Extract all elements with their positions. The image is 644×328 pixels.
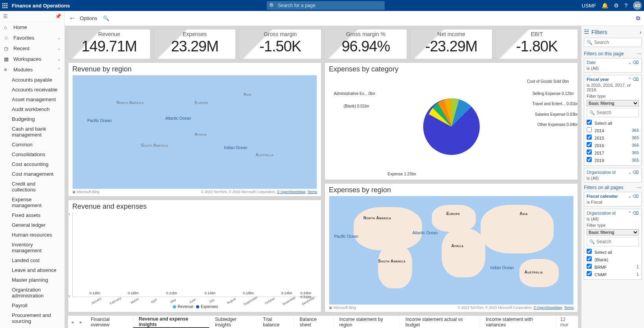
options-button[interactable]: Options (80, 15, 97, 21)
filter-checkbox[interactable] (587, 135, 592, 140)
filters-collapse[interactable]: › (640, 29, 642, 35)
filter-option[interactable]: Select all (587, 248, 639, 255)
nav-module[interactable]: Inventory management (0, 240, 64, 255)
popout-icon[interactable]: ⧉ (636, 15, 640, 22)
nav-module[interactable]: Master planning (0, 275, 64, 285)
report-tab[interactable]: Financial overview (85, 316, 133, 328)
tabs-prev[interactable]: ◂ (68, 319, 77, 325)
terms-link[interactable]: Terms (308, 190, 317, 194)
nav-module[interactable]: Budgeting (0, 114, 64, 124)
nav-module[interactable]: Credit and collections (0, 179, 64, 195)
nav-module[interactable]: Accounts payable (0, 75, 64, 85)
nav-module[interactable]: Human resources (0, 230, 64, 240)
filter-search-input[interactable] (594, 40, 639, 45)
global-search[interactable]: 🔍 (267, 1, 385, 10)
nav-item-favorites[interactable]: ☆Favorites⌄ (0, 33, 64, 43)
osm-link[interactable]: © OpenStreetMap (534, 306, 562, 310)
company-label[interactable]: USMF (582, 3, 596, 9)
filter-checkbox[interactable] (587, 127, 592, 132)
global-search-input[interactable] (278, 3, 382, 8)
nav-module[interactable]: Landed cost (0, 255, 64, 265)
pie-chart[interactable]: Cost of Goods Sold 0bn Selling Expense 0… (329, 75, 574, 178)
filter-checkbox[interactable] (587, 264, 592, 269)
nav-module[interactable]: Organization administration (0, 285, 64, 301)
filter-option[interactable]: Select all (587, 119, 639, 126)
filter-card-date[interactable]: Date⌄ ⌫ is (All) (584, 58, 642, 73)
filter-option[interactable]: 2015365 (587, 134, 639, 141)
nav-module[interactable]: Expense management (0, 195, 64, 210)
nav-item-recent[interactable]: ◷Recent⌄ (0, 43, 64, 54)
kpi-card[interactable]: Net income-23.29M (410, 29, 493, 59)
report-tab[interactable]: Income statement with variances (480, 316, 556, 328)
avatar[interactable]: AD (633, 1, 642, 10)
filter-search[interactable]: 🔍 (584, 38, 642, 47)
app-launcher-icon[interactable] (2, 3, 9, 8)
nav-module[interactable]: Asset management (0, 95, 64, 104)
report-tab[interactable]: Balance sheet (294, 316, 334, 328)
kpi-card[interactable]: Gross margin-1.50K (239, 29, 321, 59)
help-icon[interactable]: ? (624, 2, 627, 9)
kpi-card[interactable]: Expenses23.29M (154, 29, 236, 59)
nav-module[interactable]: Cash and bank management (0, 124, 64, 140)
org-search-input[interactable] (596, 239, 636, 244)
more-icon[interactable]: ⋯ (637, 185, 642, 190)
map-revenue[interactable]: North America Europe Asia Africa South A… (72, 75, 317, 189)
fy-search-input[interactable] (596, 110, 636, 115)
filter-option[interactable]: CNMF1 (587, 270, 639, 278)
kpi-card[interactable]: Gross margin %96.94% (325, 29, 407, 59)
report-tab[interactable]: Income statement actual vs budget (400, 316, 480, 328)
action-search-icon[interactable]: 🔍 (103, 15, 109, 21)
report-tab[interactable]: Subledger insights (209, 316, 257, 328)
filter-option[interactable]: (Blank) (587, 255, 639, 263)
filter-checkbox[interactable] (587, 271, 592, 276)
hamburger-icon[interactable]: ☰ (3, 13, 8, 19)
filter-checkbox[interactable] (587, 249, 592, 254)
nav-module[interactable]: Leave and absence (0, 265, 64, 275)
filter-option[interactable]: 2017365 (587, 149, 639, 156)
nav-module[interactable]: Common (0, 140, 64, 149)
nav-module[interactable]: Product information management (0, 326, 64, 328)
nav-module[interactable]: Payroll (0, 301, 64, 310)
bar-chart[interactable]: 0.0bn 0.5bn 0.12bn0.16bn0.11bn0.14bn0.15… (72, 212, 317, 310)
nav-item-modules[interactable]: ≡Modules⌃ (0, 64, 64, 75)
nav-module[interactable]: Procurement and sourcing (0, 310, 64, 326)
bell-icon[interactable]: 🔔 (602, 2, 608, 9)
filter-checkbox[interactable] (587, 157, 592, 162)
nav-module[interactable]: Fixed assets (0, 210, 64, 220)
filter-card-org-id[interactable]: Organization id⌄ ⌫ is (All) (584, 168, 642, 182)
filter-checkbox[interactable] (587, 120, 592, 125)
nav-module[interactable]: Audit workbench (0, 104, 64, 114)
filter-checkbox[interactable] (587, 149, 592, 155)
nav-module[interactable]: Accounts receivable (0, 85, 64, 95)
gear-icon[interactable]: ⚙ (614, 2, 619, 9)
kpi-card[interactable]: EBIT-1.80K (495, 29, 578, 59)
nav-module[interactable]: General ledger (0, 220, 64, 230)
more-icon[interactable]: ⋯ (637, 51, 642, 56)
filter-checkbox[interactable] (587, 256, 592, 261)
report-tab[interactable]: Income statement by region (334, 316, 400, 328)
tabs-more[interactable]: 12 mor (556, 317, 578, 328)
pin-icon[interactable]: 📌 (55, 13, 61, 19)
map-expenses[interactable]: North America Europe Asia Africa South A… (329, 196, 574, 305)
report-tab[interactable]: Revenue and expense insights (133, 316, 209, 328)
filter-card-org-id-2[interactable]: Organization id⌃ ⌫ is (All) Filter type … (584, 209, 642, 280)
osm-link[interactable]: © OpenStreetMap (277, 190, 306, 194)
filter-type-select[interactable]: Basic filtering (587, 100, 639, 106)
kpi-card[interactable]: Revenue149.71M (68, 29, 150, 59)
filter-option[interactable]: 2016366 (587, 141, 639, 149)
filter-type-select[interactable]: Basic filtering (587, 229, 639, 235)
tabs-next[interactable]: ▸ (77, 319, 85, 325)
nav-module[interactable]: Cost accounting (0, 159, 64, 169)
terms-link[interactable]: Terms (564, 306, 574, 310)
filter-card-fiscal-calendar[interactable]: Fiscal calendar⌄ ⌫ is Fiscal (584, 192, 642, 206)
report-tab[interactable]: Trial balance (257, 316, 294, 328)
nav-item-workspaces[interactable]: ▦Workspaces⌄ (0, 54, 64, 64)
back-icon[interactable]: ← (69, 14, 76, 22)
filter-option[interactable]: BRMF1 (587, 263, 639, 270)
filter-checkbox[interactable] (587, 142, 592, 147)
nav-module[interactable]: Cost management (0, 169, 64, 179)
nav-module[interactable]: Consolidations (0, 149, 64, 159)
nav-item-home[interactable]: ⌂Home (0, 22, 64, 33)
filter-option[interactable]: 2014365 (587, 126, 639, 134)
filter-option[interactable]: 2018365 (587, 156, 639, 164)
